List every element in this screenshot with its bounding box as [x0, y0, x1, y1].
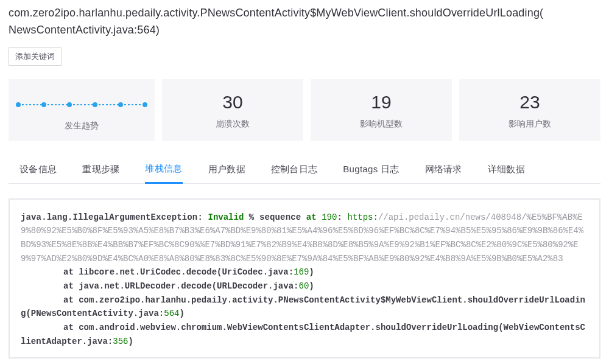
users-label: 影响用户数	[509, 119, 551, 130]
svg-point-3	[67, 102, 72, 107]
stat-card-devices: 19 影响机型数	[311, 79, 452, 141]
svg-point-6	[143, 102, 147, 107]
tab-network[interactable]: 网络请求	[425, 159, 462, 183]
tab-steps[interactable]: 重现步骤	[82, 159, 119, 183]
trend-label: 发生趋势	[65, 121, 99, 131]
devices-label: 影响机型数	[360, 119, 403, 130]
crash-count-value: 30	[222, 92, 242, 113]
tab-bugtags[interactable]: Bugtags 日志	[343, 159, 399, 183]
svg-point-4	[93, 102, 97, 107]
svg-point-1	[16, 102, 21, 107]
tab-stack[interactable]: 堆栈信息	[145, 158, 182, 184]
title-line2: NewsContentActivity.java:564)	[9, 24, 160, 36]
exception-head: java.lang.IllegalArgumentException:	[21, 212, 208, 222]
stats-row: 发生趋势 30 崩溃次数 19 影响机型数 23 影响用户数	[9, 79, 600, 141]
tab-detail[interactable]: 详细数据	[488, 159, 525, 183]
stat-card-users: 23 影响用户数	[459, 79, 600, 141]
svg-point-2	[41, 102, 46, 107]
at-keyword: at	[63, 267, 74, 277]
tabs-row: 设备信息 重现步骤 堆栈信息 用户数据 控制台日志 Bugtags 日志 网络请…	[9, 158, 600, 184]
stacktrace-panel: java.lang.IllegalArgumentException: Inva…	[9, 198, 600, 359]
tab-user[interactable]: 用户数据	[208, 159, 245, 183]
svg-point-5	[118, 102, 123, 107]
crash-count-label: 崩溃次数	[216, 119, 250, 130]
devices-value: 19	[371, 92, 391, 113]
tab-console[interactable]: 控制台日志	[271, 159, 318, 183]
add-keyword-button[interactable]: 添加关键词	[9, 47, 62, 66]
stat-card-trend: 发生趋势	[9, 79, 155, 141]
stat-card-crash: 30 崩溃次数	[162, 79, 303, 141]
trend-sparkline	[15, 97, 149, 112]
tab-device[interactable]: 设备信息	[19, 159, 57, 183]
error-title: com.zero2ipo.harlanhu.pedaily.activity.P…	[9, 5, 600, 39]
users-value: 23	[519, 92, 540, 113]
title-line1: com.zero2ipo.harlanhu.pedaily.activity.P…	[9, 7, 543, 19]
